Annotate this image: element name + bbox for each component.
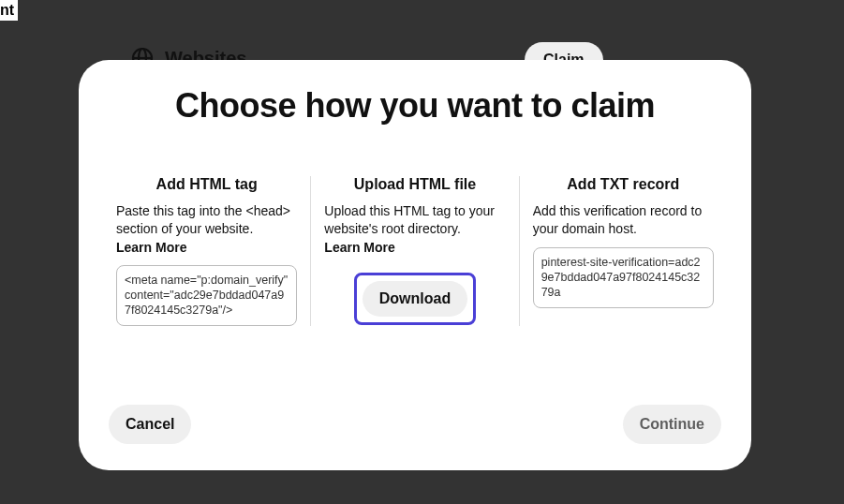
option-description: Paste this tag into the <head> section o…: [116, 202, 297, 238]
html-tag-code-box[interactable]: <meta name="p:domain_verify" content="ad…: [116, 265, 297, 326]
claim-options-columns: Add HTML tag Paste this tag into the <he…: [79, 176, 751, 326]
option-description: Add this verification record to your dom…: [533, 202, 714, 238]
download-outline: Download: [354, 273, 476, 325]
option-description: Upload this HTML tag to your website's r…: [324, 202, 505, 238]
download-highlight-box: Download: [324, 273, 505, 325]
cancel-button[interactable]: Cancel: [109, 405, 191, 444]
learn-more-link[interactable]: Learn More: [324, 240, 394, 255]
option-title: Upload HTML file: [324, 176, 505, 193]
claim-method-modal: Choose how you want to claim Add HTML ta…: [79, 60, 751, 470]
option-title: Add HTML tag: [116, 176, 297, 193]
option-add-txt-record[interactable]: Add TXT record Add this verification rec…: [519, 176, 727, 326]
continue-button[interactable]: Continue: [623, 405, 721, 444]
learn-more-link[interactable]: Learn More: [116, 240, 186, 255]
download-button[interactable]: Download: [363, 281, 467, 317]
option-upload-html-file[interactable]: Upload HTML file Upload this HTML tag to…: [310, 176, 518, 326]
txt-record-code-box[interactable]: pinterest-site-verification=adc29e7bddad…: [533, 247, 714, 308]
option-add-html-tag[interactable]: Add HTML tag Paste this tag into the <he…: [103, 176, 310, 326]
modal-title: Choose how you want to claim: [79, 86, 751, 126]
background-cropped-text: nt: [0, 0, 18, 21]
modal-footer: Cancel Continue: [79, 405, 751, 444]
option-title: Add TXT record: [533, 176, 714, 193]
